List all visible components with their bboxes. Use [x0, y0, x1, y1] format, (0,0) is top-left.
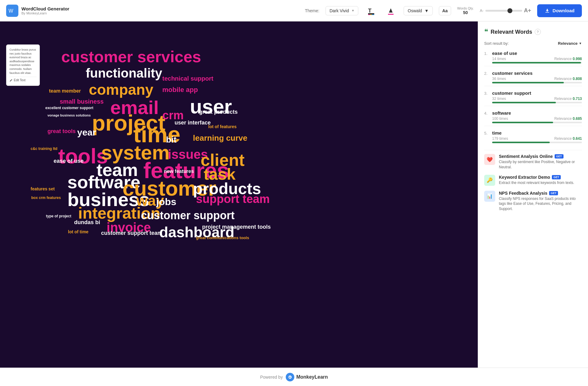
sidebar-title: Relevant Words	[491, 29, 532, 35]
item-times: 36 times	[492, 77, 506, 81]
word-type-of-project[interactable]: type of project	[46, 214, 71, 218]
word-lot-of-features[interactable]: lot of features	[208, 124, 237, 129]
word-support-team[interactable]: support team	[196, 193, 270, 206]
item-num: 5.	[484, 131, 490, 136]
item-times: 100 times	[492, 117, 508, 121]
word-features-set[interactable]: features set	[31, 186, 55, 191]
logo-area: W WordCloud Generator By MonkeyLearn	[6, 5, 69, 17]
progress-bar-fill	[492, 102, 556, 103]
tool-name-0: Sentiment Analysis Online GET	[499, 154, 582, 159]
word-project-management-tools[interactable]: project management tools	[202, 224, 271, 230]
word-dundas-bi[interactable]: dundas bi	[74, 219, 100, 226]
word-team-member[interactable]: team member	[49, 88, 81, 94]
word-mobile-app[interactable]: mobile app	[162, 86, 198, 94]
text-color-button[interactable]: T	[364, 4, 378, 17]
relevant-item-1: 1. ease of use 14 times Relevance 0.998	[484, 51, 582, 66]
get-badge-2[interactable]: GET	[549, 191, 558, 195]
word-company[interactable]: company	[89, 81, 153, 98]
word-c&c-training-ltd[interactable]: c&c training ltd	[31, 147, 57, 151]
theme-value: Dark Vivid	[330, 8, 349, 13]
fill-color-button[interactable]	[384, 4, 398, 17]
word-great-tools[interactable]: great tools	[47, 128, 76, 135]
progress-bar-fill	[492, 142, 550, 143]
progress-bar-fill	[492, 62, 581, 63]
sort-value: Relevance	[558, 41, 578, 46]
svg-rect-2	[368, 13, 374, 14]
progress-bar-bg	[492, 62, 582, 63]
get-badge-1[interactable]: GET	[552, 175, 561, 179]
word-ease-of-use[interactable]: ease of use	[54, 158, 84, 164]
divider	[484, 150, 582, 150]
sort-row: Sort result by: Relevance ▼	[484, 41, 582, 46]
monkeylearn-brand: MonkeyLearn	[296, 374, 328, 380]
sort-selector[interactable]: Relevance ▼	[558, 41, 582, 46]
wordcloud-canvas[interactable]: Curabitur brass purus nec justo faucibus…	[0, 21, 478, 368]
svg-text:T: T	[368, 8, 371, 14]
tool-icon-1: 🔑	[484, 175, 495, 186]
svg-rect-4	[370, 14, 372, 15]
font-selector[interactable]: Oswald ▼	[404, 6, 433, 15]
monkeylearn-icon: M	[286, 373, 294, 381]
download-label: Download	[552, 8, 575, 13]
tool-card-2: 📊 NPS Feedback Analysis GET Classify NPS…	[484, 191, 582, 212]
relevant-items-list: 1. ease of use 14 times Relevance 0.998 …	[484, 51, 582, 147]
download-button[interactable]: Download	[537, 4, 582, 17]
word-customer-support-team[interactable]: customer support team	[101, 230, 162, 236]
word-great-products[interactable]: great products	[199, 109, 238, 115]
word-year[interactable]: year	[77, 127, 96, 138]
logo-icon: W	[6, 5, 18, 17]
relevant-item-4: 4. software 100 times Relevance 0.685	[484, 110, 582, 126]
monkeylearn-logo: M MonkeyLearn	[286, 373, 328, 381]
sort-label: Sort result by:	[484, 41, 509, 46]
word-box-crm-features[interactable]: box crm features	[31, 196, 61, 200]
word-functionality[interactable]: functionality	[86, 66, 162, 81]
tool-cards-list: ❤️ Sentiment Analysis Online GET Classif…	[484, 154, 582, 216]
size-slider-control[interactable]: A- A+	[480, 7, 531, 14]
relevant-item-3: 3. customer support 32 times Relevance 0…	[484, 90, 582, 106]
word-customer-services[interactable]: customer services	[61, 48, 201, 66]
word-learning-curve[interactable]: learning curve	[193, 133, 247, 143]
tool-icon-0: ❤️	[484, 154, 495, 165]
powered-by-text: Powered by	[260, 375, 283, 380]
item-relevance: Relevance 0.808	[554, 77, 582, 81]
tool-name-2: NPS Feedback Analysis GET	[499, 191, 582, 196]
word-vonage-business-solutions[interactable]: vonage business solutions	[47, 113, 91, 117]
progress-bar-fill	[492, 122, 553, 123]
word-lot-of-time[interactable]: lot of time	[68, 229, 89, 234]
words-qty-label: Words Qty.	[457, 6, 474, 10]
word-technical-support[interactable]: technical support	[162, 75, 213, 82]
edit-text-button[interactable]: Edit Text	[9, 77, 36, 82]
tool-info-2: NPS Feedback Analysis GET Classify NPS r…	[499, 191, 582, 212]
word-great-communications-tools[interactable]: great communications tools	[196, 235, 249, 240]
tool-desc-0: Classify by sentiment like Positive, Neg…	[499, 159, 582, 170]
font-value: Oswald	[408, 8, 422, 13]
font-style-button[interactable]: Aa	[439, 6, 451, 15]
a-large-label: A+	[524, 7, 531, 14]
item-times: 179 times	[492, 136, 508, 141]
word-new-features[interactable]: new features	[164, 169, 194, 174]
text-tooltip: Curabitur brass purus nec justo faucibus…	[6, 44, 40, 86]
theme-selector[interactable]: Dark Vivid ▼	[326, 6, 358, 15]
sidebar-header: ❝ Relevant Words ?	[484, 28, 582, 36]
app-title: WordCloud Generator	[21, 6, 69, 11]
relevant-item-5: 5. time 179 times Relevance 0.641	[484, 130, 582, 143]
svg-rect-3	[368, 14, 370, 15]
slider-thumb[interactable]	[507, 8, 512, 13]
item-name: customer support	[492, 90, 531, 96]
word-customer-support[interactable]: customer support	[141, 209, 235, 222]
word-small-business[interactable]: small business	[60, 98, 104, 105]
tool-card-0: ❤️ Sentiment Analysis Online GET Classif…	[484, 154, 582, 170]
progress-bar-bg	[492, 142, 582, 143]
theme-label: Theme:	[305, 8, 319, 13]
progress-bar-bg	[492, 82, 582, 83]
word-excellent-customer-support[interactable]: excellent customer support	[45, 106, 93, 110]
svg-text:W: W	[9, 8, 13, 13]
item-name: time	[492, 130, 502, 136]
slider-track[interactable]	[485, 10, 522, 12]
item-relevance: Relevance 0.641	[554, 136, 582, 141]
item-divider	[484, 66, 582, 66]
a-small-label: A-	[480, 9, 484, 13]
help-icon[interactable]: ?	[535, 29, 541, 35]
words-qty-value: 50	[463, 10, 468, 15]
get-badge-0[interactable]: GET	[555, 154, 564, 159]
